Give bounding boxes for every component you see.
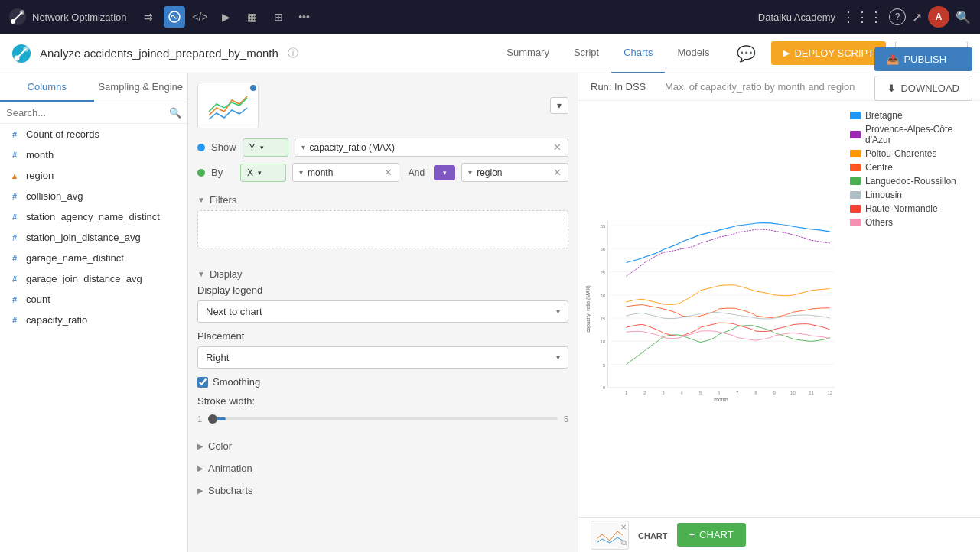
dataiku-small-logo: [12, 44, 31, 63]
svg-point-6: [24, 46, 29, 51]
subcharts-section-header[interactable]: ▶ Subcharts: [188, 479, 578, 501]
legend-color-paca: [850, 131, 861, 138]
legend-item: Languedoc-Roussillon: [850, 176, 974, 187]
legend-label: Others: [865, 217, 893, 228]
search-input[interactable]: [6, 107, 164, 119]
color-label: Color: [208, 440, 232, 452]
col-name: count: [26, 294, 50, 305]
svg-text:1: 1: [625, 391, 628, 395]
list-item[interactable]: # month: [0, 144, 187, 165]
list-item[interactable]: # station_join_distance_avg: [0, 227, 187, 248]
group-value-select[interactable]: ▾ region ✕: [461, 163, 568, 182]
list-item[interactable]: # garage_join_distance_avg: [0, 268, 187, 289]
group-color-swatch[interactable]: ▾: [434, 165, 455, 180]
placement-dropdown[interactable]: Right ▾: [197, 346, 568, 369]
slider-max-label: 5: [564, 414, 568, 424]
y-delete-icon[interactable]: ✕: [553, 141, 562, 153]
col-name: station_join_distance_avg: [26, 232, 141, 243]
x-delete-icon[interactable]: ✕: [384, 167, 392, 178]
filters-section-header[interactable]: ▼ Filters: [188, 188, 578, 210]
list-item[interactable]: # count: [0, 289, 187, 310]
flow-nav-icon[interactable]: ⇉: [138, 6, 159, 28]
svg-point-1: [11, 19, 15, 24]
tab-script[interactable]: Script: [562, 34, 611, 73]
col-name: capacity_ratio: [26, 314, 87, 326]
color-section-header[interactable]: ▶ Color: [188, 434, 578, 456]
chart-svg-container: 0 5 10 15 20 25 30 35 1 2 3 4 5 6 7: [584, 104, 844, 514]
subcharts-label: Subcharts: [208, 485, 253, 496]
by-row: By X ▾ ▾ month ✕ And ▾ ▾ region ✕: [197, 163, 568, 182]
col-name: region: [26, 170, 54, 181]
x-axis-select[interactable]: X ▾: [240, 164, 286, 182]
col-name: month: [26, 149, 54, 161]
list-item[interactable]: # capacity_ratio: [0, 310, 187, 330]
and-label: And: [405, 167, 428, 178]
column-list: # Count of records # month ▲ region # co…: [0, 124, 187, 552]
animation-section-header[interactable]: ▶ Animation: [188, 456, 578, 479]
chart-type-dropdown[interactable]: ▾: [550, 97, 568, 114]
slider-thumb[interactable]: [208, 414, 217, 424]
svg-text:capacity_ratio (MAX): capacity_ratio (MAX): [585, 285, 591, 333]
col-type-icon: #: [9, 192, 20, 201]
col-type-icon: ▲: [9, 171, 20, 180]
legend-item: Others: [850, 217, 974, 228]
tab-models[interactable]: Models: [665, 34, 721, 73]
list-item[interactable]: # station_agency_name_distinct: [0, 206, 187, 227]
tab-columns[interactable]: Columns: [0, 73, 94, 102]
svg-text:11: 11: [809, 391, 814, 395]
more-nav-icon[interactable]: •••: [294, 6, 315, 28]
stroke-width-label: Stroke width:: [197, 395, 568, 407]
svg-text:15: 15: [601, 317, 606, 321]
display-arrow-icon: ▼: [197, 270, 205, 278]
col-type-icon: #: [9, 316, 20, 325]
chart-thumbnail-bottom[interactable]: ✕ ⧉: [591, 521, 629, 550]
list-item[interactable]: ▲ region: [0, 165, 187, 186]
y-value-select[interactable]: ▾ capacity_ratio (MAX) ✕: [295, 138, 568, 157]
top-nav: Network Optimization ⇉ </> ▶ ▦ ⊞ ••• Dat…: [0, 0, 980, 34]
download-button[interactable]: ⬇ DOWNLOAD: [874, 76, 972, 101]
y-axis-select[interactable]: Y ▾: [243, 138, 288, 157]
display-label: Display: [210, 268, 243, 280]
delete-chart-icon[interactable]: ✕: [620, 523, 627, 531]
dashboard-nav-icon[interactable]: ⊞: [268, 6, 289, 28]
trending-icon[interactable]: ↗: [912, 10, 922, 24]
tab-summary[interactable]: Summary: [494, 34, 562, 73]
chat-icon[interactable]: 💬: [737, 44, 756, 63]
animation-label: Animation: [208, 463, 252, 474]
deploy-icon: ▶: [783, 48, 790, 58]
right-icons: Dataiku Academy ⋮⋮⋮ ? ↗ A 🔍: [758, 6, 971, 28]
legend-dropdown[interactable]: Next to chart ▾: [197, 300, 568, 323]
stroke-slider[interactable]: [208, 411, 558, 427]
filters-label: Filters: [210, 194, 236, 206]
list-item[interactable]: # collision_avg: [0, 186, 187, 206]
legend-label: Poitou-Charentes: [865, 148, 936, 159]
display-section-content: Display legend Next to chart ▾ Placement…: [188, 284, 578, 434]
chart-title: Max. of capacity_ratio by month and regi…: [646, 81, 874, 93]
col-type-icon: #: [9, 254, 20, 263]
filters-arrow-icon: ▼: [197, 196, 205, 204]
display-section-header[interactable]: ▼ Display: [188, 262, 578, 284]
copy-chart-icon[interactable]: ⧉: [621, 538, 627, 547]
code-nav-icon[interactable]: </>: [190, 6, 211, 28]
x-value-select[interactable]: ▾ month ✕: [292, 163, 399, 182]
svg-text:3: 3: [662, 391, 665, 395]
tab-sampling[interactable]: Sampling & Engine: [94, 73, 188, 102]
search-icon[interactable]: 🔍: [956, 10, 971, 24]
help-icon[interactable]: ?: [889, 8, 906, 25]
show-label: Show: [211, 141, 236, 153]
list-item[interactable]: # Count of records: [0, 124, 187, 144]
tab-charts[interactable]: Charts: [611, 34, 665, 73]
analyze-nav-icon[interactable]: [164, 6, 185, 28]
grid-nav-icon[interactable]: ▦: [242, 6, 263, 28]
info-icon[interactable]: ⓘ: [288, 47, 298, 60]
list-item[interactable]: # garage_name_distinct: [0, 248, 187, 268]
chart-thumbnail[interactable]: [197, 83, 259, 128]
filters-section-content: [188, 210, 578, 262]
user-avatar[interactable]: A: [928, 6, 949, 28]
apps-icon[interactable]: ⋮⋮⋮: [842, 8, 883, 25]
svg-text:8: 8: [754, 391, 757, 395]
smoothing-checkbox[interactable]: [197, 377, 208, 388]
group-delete-icon[interactable]: ✕: [553, 167, 562, 178]
play-nav-icon[interactable]: ▶: [216, 6, 237, 28]
add-chart-button[interactable]: + CHART: [677, 523, 746, 547]
